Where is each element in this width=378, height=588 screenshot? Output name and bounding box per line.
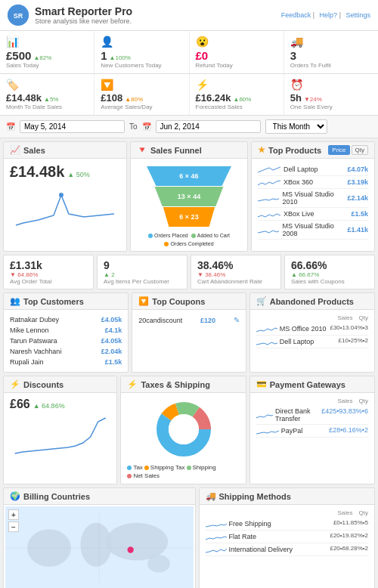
globe-icon: 🌍	[10, 491, 20, 501]
map-zoom-in[interactable]: +	[8, 509, 19, 520]
abandoned-body: Sales Qty MS Office 2010 £30•13.04%•3 De…	[250, 310, 374, 353]
customer-val-2: £4.1k	[105, 326, 122, 334]
tab-qty[interactable]: Qty	[352, 145, 368, 155]
map-controls[interactable]: + −	[8, 509, 19, 532]
payment-row-1: Direct Bank Transfer £425•93.83%•6	[256, 406, 368, 425]
app-title: Smart Reporter Pro	[35, 5, 132, 17]
payment-spark-1	[256, 410, 273, 419]
avg-sales-icon: 🔽	[101, 79, 182, 91]
abandoned-row-2: Dell Laptop £10•25%•2	[256, 336, 368, 348]
feedback-link[interactable]: Feedback	[281, 11, 311, 19]
sales-panel-header: 📈 Sales	[4, 142, 126, 159]
product-row-2: XBox 360 £3.19k	[258, 176, 368, 189]
legend-label-net-sales: Net Sales	[133, 472, 160, 479]
forecast-icon: ⚡	[196, 79, 277, 91]
refund-label: Refund Today	[196, 62, 277, 69]
world-map: + −	[5, 506, 194, 588]
abandoned-col-qty: Qty	[359, 314, 368, 321]
customer-val-3: £4.05k	[101, 337, 122, 345]
product-tabs[interactable]: Price Qty	[328, 145, 368, 155]
coupon-edit-icon[interactable]: ✎	[234, 316, 240, 324]
legend-shipping-tax: Shipping Tax	[144, 464, 185, 471]
customers-today-change: ▲100%	[110, 54, 131, 61]
date-to-input[interactable]	[156, 120, 261, 133]
legend-dot-net-sales	[127, 474, 132, 478]
stat-orders: 🚚 3 Orders To Fulfil	[284, 31, 378, 73]
month-sales-label: Month To Date Sales	[6, 104, 88, 110]
funnel-label-1: 6 × 46	[179, 172, 198, 180]
taxes-header: ⚡ Taxes & Shipping	[121, 376, 245, 393]
customer-row-5: Rupali Jain £1.5k	[10, 357, 122, 367]
abandoned-panel: 🛒 Abandoned Products Sales Qty MS Office…	[249, 292, 375, 373]
product-name-4: XBox Live	[284, 210, 314, 218]
shipping-name-3: International Delivery	[229, 546, 293, 553]
shipping-name-1: Free Shipping	[229, 520, 271, 528]
billing-body: + −	[4, 505, 195, 588]
settings-link[interactable]: Settings	[345, 11, 370, 19]
top-stats-row: 📊 £500 ▲82% Sales Today 👤 1 ▲100% New Cu…	[0, 31, 378, 74]
cart-abandon-label: Cart Abandonment Rate	[197, 278, 274, 285]
coupons-panel: 🔽 Top Coupons 20candiscount £120 ✎	[132, 292, 246, 373]
one-sale-value: 5h	[290, 92, 302, 104]
logo: SR	[8, 5, 29, 26]
product-spark-3	[258, 193, 279, 203]
tab-price[interactable]: Price	[328, 145, 349, 155]
funnel-icon: 🔻	[137, 145, 147, 155]
customers-header: 👥 Top Customers	[4, 293, 128, 310]
discounts-change: ▲ 64.86%	[33, 402, 65, 410]
chart-icon: 📊	[6, 36, 88, 48]
shipping-spark-1	[206, 519, 227, 528]
month-sales-value: £14.48k	[6, 92, 42, 104]
shipping-col-qty: Qty	[359, 509, 368, 516]
product-spark-4	[258, 209, 280, 218]
customers-icon: 👤	[101, 36, 182, 48]
payment-row-2: PayPal £28•6.16%•2	[256, 425, 368, 438]
calendar-icon-2: 📅	[142, 122, 151, 131]
legend-net-sales: Net Sales	[127, 472, 160, 479]
shipping-row-1: Free Shipping £0•11.85%•5	[206, 518, 368, 531]
metric-cart-abandon: 38.46% ▼ 38.46% Cart Abandonment Rate	[191, 255, 281, 289]
funnel-legend-3: Orders Completed	[164, 241, 213, 246]
funnel-title: 🔻 Sales Funnel	[137, 145, 202, 155]
month-sales-icon: 🏷️	[6, 79, 88, 91]
map-zoom-out[interactable]: −	[8, 521, 19, 532]
discounts-chart-svg	[10, 414, 110, 456]
taxes-panel: ⚡ Taxes & Shipping	[120, 376, 246, 484]
funnel-label-3: 6 × 23	[179, 213, 198, 221]
products-title: ★ Top Products	[258, 145, 321, 155]
avg-order-label: Avg Order Total	[10, 278, 87, 285]
customers-body: Ratnakar Dubey £4.05k Mike Lennon £4.1k …	[4, 310, 128, 372]
coupons-header: 🔽 Top Coupons	[132, 293, 245, 310]
taxes-body: Tax Shipping Tax Shipping Net Sales	[121, 393, 245, 484]
products-body: Dell Laptop £4.07k XBox 360 £3.19k MS Vi…	[252, 159, 374, 244]
period-select[interactable]: This Month Last Month This Year	[265, 119, 327, 134]
discounts-panel: ⚡ Discounts £66 ▲ 64.86%	[3, 376, 117, 484]
coupons-icon: 🔽	[138, 296, 149, 306]
legend-label-shipping-tax: Shipping Tax	[150, 464, 185, 471]
taxes-title: ⚡ Taxes & Shipping	[127, 379, 209, 389]
product-name-2: XBox 360	[284, 178, 313, 186]
funnel-label-2: 13 × 44	[178, 193, 200, 200]
avg-items-label: Avg Items Per Customer	[104, 278, 181, 285]
shipping-row-3: International Delivery £20•68.28%•2	[206, 543, 368, 556]
funnel-dot-3	[164, 242, 169, 246]
coupon-name-1: 20candiscount	[138, 317, 182, 324]
metrics-row: £1.31k ▼ 64.86% Avg Order Total 9 ▲ 2 Av…	[3, 255, 375, 289]
customers-today-label: New Customers Today	[101, 62, 182, 69]
sales-chart-svg	[10, 184, 120, 229]
metric-sales-coupons: 66.66% ▲ 66.67% Sales with Coupons	[284, 255, 375, 289]
svg-point-12	[128, 546, 134, 552]
customers-icon: 👥	[10, 296, 20, 306]
funnel-level-2: 13 × 44	[151, 187, 228, 206]
customer-row-4: Naresh Vachhani £2.04k	[10, 346, 122, 357]
customer-name-1: Ratnakar Dubey	[10, 316, 59, 323]
svg-point-2	[59, 193, 64, 197]
product-name-1: Dell Laptop	[284, 166, 318, 173]
row-3: ⚡ Discounts £66 ▲ 64.86% ⚡	[3, 376, 375, 484]
abandoned-val-1: £30•13.04%•3	[330, 324, 368, 333]
customers-title: 👥 Top Customers	[10, 296, 84, 306]
date-to-label: To	[129, 122, 138, 131]
help-link[interactable]: Help?	[320, 11, 338, 19]
date-from-input[interactable]	[20, 120, 125, 133]
one-sale-change: ▼24%	[304, 96, 322, 103]
